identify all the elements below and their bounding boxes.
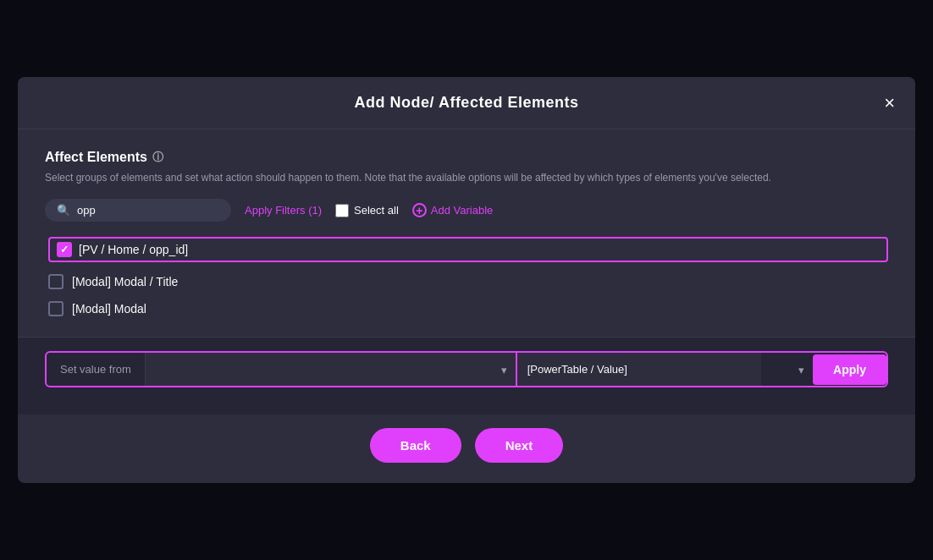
first-dropdown[interactable] — [146, 353, 516, 386]
set-value-label: Set value from — [47, 353, 146, 386]
element-checkbox-1[interactable] — [57, 242, 72, 257]
section-title: Affect Elements ⓘ — [45, 150, 888, 165]
element-label-3: [Modal] Modal — [72, 302, 146, 316]
element-checkbox-2[interactable] — [48, 274, 63, 289]
first-dropdown-wrapper — [146, 353, 516, 386]
add-variable-button[interactable]: + Add Variable — [412, 203, 493, 217]
modal-title: Add Node/ Affected Elements — [355, 94, 579, 112]
value-controls: Set value from [PowerTable / Value] Appl… — [45, 351, 888, 387]
second-dropdown[interactable]: [PowerTable / Value] — [517, 353, 761, 386]
element-label-2: [Modal] Modal / Title — [72, 275, 178, 288]
elements-list: [PV / Home / opp_id] [Modal] Modal / Tit… — [45, 237, 888, 316]
apply-button[interactable]: Apply — [813, 354, 886, 385]
section-description: Select groups of elements and set what a… — [45, 170, 888, 185]
modal-header: Add Node/ Affected Elements × — [18, 77, 915, 129]
second-dropdown-wrapper: [PowerTable / Value] — [516, 353, 813, 386]
element-item: [PV / Home / opp_id] — [48, 237, 888, 262]
back-button[interactable]: Back — [370, 428, 461, 463]
element-item: [Modal] Modal / Title — [48, 274, 888, 289]
select-all-container: Select all — [335, 204, 399, 217]
plus-circle-icon: + — [412, 203, 427, 217]
modal-dialog: Add Node/ Affected Elements × Affect Ele… — [18, 77, 915, 483]
element-checkbox-3[interactable] — [48, 301, 63, 316]
element-item: [Modal] Modal — [48, 301, 888, 316]
filter-row: 🔍 Apply Filters (1) Select all + Add Var… — [45, 199, 888, 222]
search-input[interactable] — [77, 204, 213, 217]
modal-footer: Back Next — [18, 415, 915, 483]
next-button[interactable]: Next — [475, 428, 564, 463]
close-button[interactable]: × — [881, 91, 898, 116]
search-box: 🔍 — [45, 199, 231, 222]
apply-filters-button[interactable]: Apply Filters (1) — [245, 204, 322, 217]
bottom-bar: Set value from [PowerTable / Value] Appl… — [18, 337, 915, 415]
search-icon: 🔍 — [57, 204, 70, 217]
select-all-label[interactable]: Select all — [354, 204, 399, 217]
info-icon[interactable]: ⓘ — [152, 150, 163, 165]
modal-overlay: Add Node/ Affected Elements × Affect Ele… — [0, 0, 933, 560]
select-all-checkbox[interactable] — [335, 204, 349, 217]
modal-body: Affect Elements ⓘ Select groups of eleme… — [18, 129, 915, 337]
element-label-1: [PV / Home / opp_id] — [79, 243, 188, 256]
